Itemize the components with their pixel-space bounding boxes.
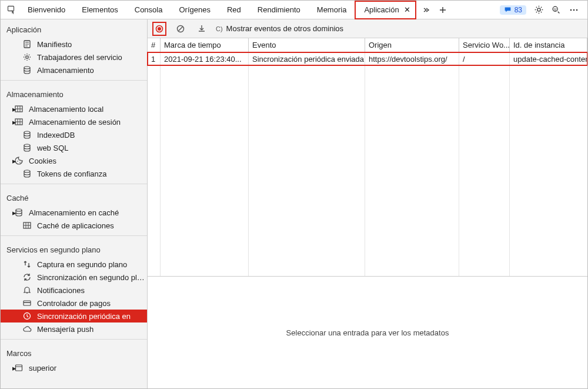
cell-index: 1	[148, 52, 161, 65]
sidebar-item-push[interactable]: Mensajería push	[1, 322, 147, 335]
checkbox-label: Mostrar eventos de otros dominios	[226, 24, 343, 33]
svg-point-13	[24, 131, 30, 134]
add-tab-icon[interactable]	[437, 5, 448, 15]
tab-aplicacion[interactable]: Aplicación ✕	[355, 1, 416, 19]
section-title-app: Aplicación	[1, 19, 147, 38]
th-origin[interactable]: Origen	[365, 38, 459, 52]
tab-consola[interactable]: Consola	[126, 1, 171, 19]
sidebar-item-cookies[interactable]: ▸ Cookies	[1, 154, 147, 167]
fetch-icon	[22, 259, 32, 270]
tab-elementos[interactable]: Elementos	[74, 1, 126, 19]
db-icon	[22, 129, 32, 140]
table-row[interactable]: 1 2021-09-21 16:23:40... Sincronización …	[148, 52, 587, 65]
expand-icon[interactable]: ▸	[11, 364, 17, 373]
clock-icon	[22, 311, 32, 321]
expand-icon[interactable]: ▸	[11, 118, 17, 127]
more-tabs-icon[interactable]	[421, 5, 432, 15]
svg-point-14	[24, 144, 30, 147]
sidebar-item-label: Almacenamiento	[37, 66, 94, 75]
svg-point-1	[537, 8, 540, 11]
sidebar-item-indexeddb[interactable]: IndexedDB	[1, 128, 147, 141]
section-title-frames: Marcos	[1, 343, 147, 361]
manifest-icon	[22, 39, 32, 49]
sidebar-item-label: Trabajadores del servicio	[37, 53, 122, 62]
sidebar-item-label: Almacenamiento de sesión	[29, 118, 121, 127]
th-timestamp[interactable]: Marca de tiempo	[161, 38, 249, 52]
inspect-icon[interactable]	[4, 5, 19, 15]
tab-rendimiento[interactable]: Rendimiento	[249, 1, 309, 19]
sidebar-item-frame-top[interactable]: ▸ superior	[1, 361, 147, 374]
tab-red[interactable]: Red	[219, 1, 249, 19]
sidebar-item-label: Tokens de confianza	[37, 169, 107, 178]
svg-rect-20	[24, 301, 31, 305]
svg-point-24	[158, 27, 161, 31]
svg-point-16	[19, 162, 21, 163]
svg-point-10	[24, 67, 30, 69]
sidebar-item-notifications[interactable]: Notificaciones	[1, 284, 147, 297]
cell-event: Sincronización periódica enviada	[249, 52, 365, 65]
grid-icon	[22, 220, 32, 231]
sidebar-item-label: Almacenamiento local	[29, 105, 103, 114]
sidebar-item-session-storage[interactable]: ▸ Almacenamiento de sesión	[1, 115, 147, 128]
expand-icon[interactable]: ▸	[11, 105, 17, 114]
show-other-domains-checkbox[interactable]: C) Mostrar eventos de otros dominios	[216, 24, 343, 33]
card-icon	[22, 298, 32, 308]
checkbox-hint: C)	[216, 25, 223, 32]
more-icon[interactable]	[569, 5, 579, 15]
svg-point-9	[26, 56, 28, 58]
sidebar-item-periodic-sync[interactable]: Sincronización periódica en	[1, 310, 147, 322]
tab-label: Aplicación	[364, 5, 399, 14]
sidebar-item-label: Almacenamiento en caché	[29, 208, 119, 217]
devtools-tabbar: Bienvenido Elementos Consola Orígenes Re…	[1, 1, 587, 19]
db-icon	[22, 65, 32, 75]
svg-point-6	[573, 9, 575, 11]
sidebar-item-local-storage[interactable]: ▸ Almacenamiento local	[1, 102, 147, 115]
section-title-storage: Almacenamiento	[1, 84, 147, 102]
cell-origin: https://devtoolstips.org/	[365, 52, 459, 65]
tab-label: Memoria	[317, 5, 347, 14]
tab-label: Rendimiento	[258, 5, 300, 14]
sidebar-item-service-workers[interactable]: Trabajadores del servicio	[1, 51, 147, 64]
close-icon[interactable]: ✕	[404, 5, 410, 14]
save-button[interactable]	[195, 22, 209, 36]
cloud-icon	[22, 324, 32, 334]
svg-point-3	[554, 8, 554, 9]
sidebar-item-label: Cookies	[29, 157, 56, 165]
sidebar-item-bg-fetch[interactable]: Captura en segundo plano	[1, 258, 147, 271]
sidebar-item-label: Manifiesto	[37, 40, 72, 49]
sidebar-item-storage[interactable]: Almacenamiento	[1, 64, 147, 77]
issues-badge[interactable]: 83	[500, 5, 526, 15]
sidebar-item-payment[interactable]: Controlador de pagos	[1, 297, 147, 310]
sidebar-item-label: web SQL	[37, 144, 68, 152]
th-instance[interactable]: Id. de instancia	[510, 38, 587, 52]
sidebar-item-websql[interactable]: web SQL	[1, 141, 147, 154]
svg-point-2	[553, 6, 557, 11]
sidebar-item-cache-storage[interactable]: ▸ Almacenamiento en caché	[1, 206, 147, 219]
gear-icon	[22, 52, 32, 62]
sidebar-item-app-cache[interactable]: Caché de aplicaciones	[1, 219, 147, 232]
expand-icon[interactable]: ▸	[11, 208, 17, 217]
svg-rect-0	[8, 6, 14, 11]
tab-origenes[interactable]: Orígenes	[171, 1, 218, 19]
db-icon	[22, 142, 32, 153]
th-index[interactable]: #	[148, 38, 161, 52]
sidebar-item-bg-sync[interactable]: Sincronización en segundo plano	[1, 271, 147, 284]
th-event[interactable]: Evento	[249, 38, 365, 52]
clear-button[interactable]	[173, 22, 188, 36]
section-title-cache: Caché	[1, 188, 147, 206]
cell-sw: /	[459, 52, 510, 65]
tab-label: Bienvenido	[28, 5, 65, 14]
tab-memoria[interactable]: Memoria	[309, 1, 355, 19]
sidebar-item-manifest[interactable]: Manifiesto	[1, 38, 147, 51]
svg-point-4	[556, 8, 556, 9]
sidebar-item-trust-tokens[interactable]: Tokens de confianza	[1, 167, 147, 180]
record-button[interactable]	[152, 22, 166, 36]
expand-icon[interactable]: ▸	[11, 157, 17, 165]
events-table-body: 1 2021-09-21 16:23:40... Sincronización …	[148, 52, 587, 277]
th-sw[interactable]: Servicio Wo...	[459, 38, 510, 52]
events-toolbar: C) Mostrar eventos de otros dominios	[148, 19, 587, 38]
svg-point-5	[570, 9, 572, 11]
settings-icon[interactable]	[533, 5, 544, 15]
tab-bienvenido[interactable]: Bienvenido	[19, 1, 74, 19]
feedback-icon[interactable]	[551, 5, 562, 15]
